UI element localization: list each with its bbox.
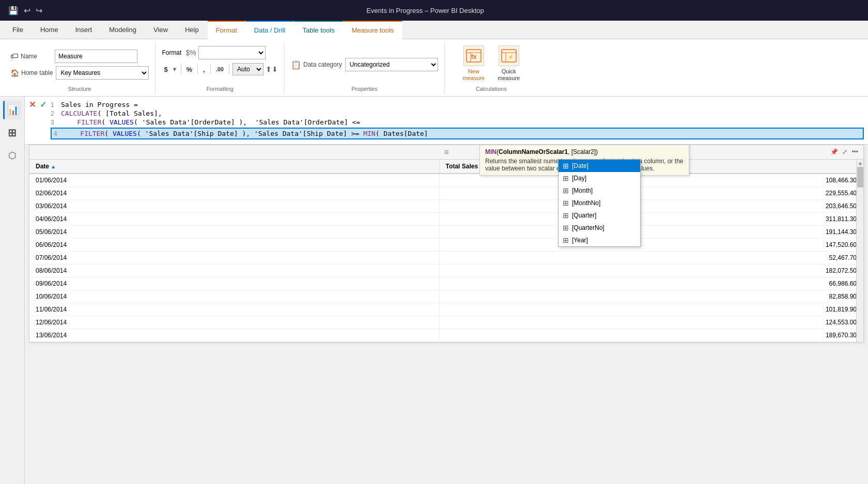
sidebar-icon-bar-chart[interactable]: 📊 [3,101,22,119]
ribbon-group-formatting: Format $% $ ▼ % , .00 [156,41,285,94]
cell-date: 08/06/2014 [29,264,439,277]
tab-format[interactable]: Format [208,21,246,39]
properties-label: Properties [351,84,377,92]
tab-view[interactable]: View [145,21,177,39]
cell-date: 10/06/2014 [29,290,439,303]
scroll-thumb[interactable] [857,167,863,188]
autocomplete-item-3[interactable]: ⊞ [MonthNo] [559,197,640,209]
name-icon: 🏷 [10,52,19,61]
main-area: 📊 ⊞ ⬡ ✕ ✓ 1 Sales in Progress = 2 CALCUL… [0,97,868,484]
tab-file[interactable]: File [4,21,32,39]
cell-date: 01/06/2014 [29,174,439,187]
autocomplete-item-0[interactable]: ⊞ [Date] [559,160,640,172]
panel-expand-icon[interactable]: ⤢ [841,147,848,157]
table-row: 08/06/2014 182,072.50 [29,264,863,277]
comma-symbol[interactable]: , [201,65,207,74]
autocomplete-label-2: [Month] [572,187,593,194]
decimal-symbol[interactable]: .00 [214,65,226,73]
tab-table-tools[interactable]: Table tools [294,21,343,39]
format-bottom-row: $ ▼ % , .00 Auto ⬆⬇ [162,62,278,76]
quick-measure-button[interactable]: ⚡ Quickmeasure [493,43,524,84]
formatting-content: Format $% $ ▼ % , .00 [162,43,278,84]
panel-pin-icon[interactable]: 📌 [829,147,839,157]
panel-more-icon[interactable]: ••• [850,147,859,157]
cell-date: 13/06/2014 [29,329,439,342]
tab-home[interactable]: Home [32,21,67,39]
autocomplete-item-6[interactable]: ⊞ [Year] [559,234,640,246]
cell-date: 07/06/2014 [29,252,439,264]
data-panel: ≡ 📌 ⤢ ••• Date ▲ Total Sales [29,145,864,342]
name-input[interactable] [55,50,137,63]
auto-arrows[interactable]: ⬆⬇ [266,65,278,73]
table-row: 02/06/2014 229,555.40 [29,187,863,200]
tab-modeling[interactable]: Modeling [101,21,145,39]
cell-date: 04/06/2014 [29,213,439,226]
tab-data-drill[interactable]: Data / Drill [246,21,295,39]
table-row: 05/06/2014 191,144.30 [29,226,863,239]
table-row: 09/06/2014 66,986.60 [29,277,863,290]
cell-date: 09/06/2014 [29,277,439,290]
tab-insert[interactable]: Insert [67,21,101,39]
name-row: 🏷 Name [10,50,149,63]
panel-controls: 📌 ⤢ ••• [829,147,859,157]
formula-confirm-button[interactable]: ✓ [40,100,47,110]
table-row: 03/06/2014 203,646.50 [29,200,863,213]
autocomplete-item-1[interactable]: ⊞ [Day] [559,172,640,184]
tab-measure-tools[interactable]: Measure tools [344,21,403,39]
cell-sales: 191,144.30 [439,226,863,239]
redo-icon[interactable]: ↪ [36,6,42,15]
table-row: 04/06/2014 311,811.30 [29,213,863,226]
ribbon-group-calculations: fx Newmeasure ⚡ Quickmeasure [445,41,538,94]
format-top-row: Format $% [162,45,265,60]
table-icon-3: ⊞ [563,199,569,207]
formula-line-3: 3 FILTER( VALUES( 'Sales Data'[OrderDate… [51,118,864,126]
autocomplete-item-5[interactable]: ⊞ [QuarterNo] [559,222,640,234]
autocomplete-item-4[interactable]: ⊞ [Quarter] [559,209,640,222]
save-icon[interactable]: 💾 [8,6,19,15]
autocomplete-label-4: [Quarter] [572,212,596,219]
formula-line-4[interactable]: 4 FILTER( VALUES( 'Sales Data'[Ship Date… [51,128,864,139]
structure-fields: 🏷 Name 🏠 Home table Key Measures [10,43,149,84]
table-icon-1: ⊞ [563,174,569,182]
sidebar-icon-model[interactable]: ⬡ [3,146,22,165]
table-row: 10/06/2014 82,858.90 [29,290,863,303]
data-category-row: 📋 Data category Uncategorized [291,58,438,71]
cell-sales: 101,819.90 [439,303,863,316]
calc-buttons: fx Newmeasure ⚡ Quickmeasure [458,43,524,84]
quick-measure-icon: ⚡ [499,45,519,66]
cell-sales: 147,520.60 [439,239,863,252]
cell-sales: 66,986.60 [439,277,863,290]
tab-help[interactable]: Help [177,21,208,39]
autocomplete-item-2[interactable]: ⊞ [Month] [559,184,640,197]
sidebar-icon-table[interactable]: ⊞ [3,123,22,142]
data-category-select[interactable]: Uncategorized [345,58,438,71]
cell-date: 12/06/2014 [29,316,439,329]
home-table-select[interactable]: Key Measures [56,66,149,80]
cell-date: 06/06/2014 [29,239,439,252]
down-arrow-dollar[interactable]: ▼ [172,66,178,72]
format-select[interactable] [198,46,266,59]
table-row: 13/06/2014 189,670.30 [29,329,863,342]
table-icon-5: ⊞ [563,224,569,232]
ribbon-content: 🏷 Name 🏠 Home table Key Measures [0,39,868,96]
panel-drag-handle: ≡ [444,148,448,157]
percent-sign: $% [185,49,196,57]
content-area: ✕ ✓ 1 Sales in Progress = 2 CALCULATE( [… [25,97,868,484]
formula-code: 1 Sales in Progress = 2 CALCULATE( [Tota… [51,99,864,142]
percent-symbol[interactable]: % [184,65,195,74]
tooltip-signature: MIN(ColumnNameOrScalar1, [Scalar2]) [485,148,684,155]
formula-close-button[interactable]: ✕ [29,100,36,110]
auto-select[interactable]: Auto [233,63,264,75]
autocomplete-label-1: [Day] [572,175,586,182]
format-label: Format [162,49,181,56]
dollar-symbol[interactable]: $ [162,65,169,74]
svg-text:fx: fx [471,53,476,60]
vertical-scrollbar[interactable]: ▲ ▼ [856,160,863,342]
new-measure-button[interactable]: fx Newmeasure [458,43,489,84]
col-date: Date ▲ [29,160,439,174]
tooltip-param1: ColumnNameOrScalar1 [499,148,568,155]
undo-icon[interactable]: ↩ [24,6,30,15]
formula-controls: ✕ ✓ [29,99,47,110]
title-bar: 💾 ↩ ↪ Events in Progress – Power BI Desk… [0,0,868,21]
data-table: Date ▲ Total Sales 01/06/2014 108,466.30… [29,160,863,342]
